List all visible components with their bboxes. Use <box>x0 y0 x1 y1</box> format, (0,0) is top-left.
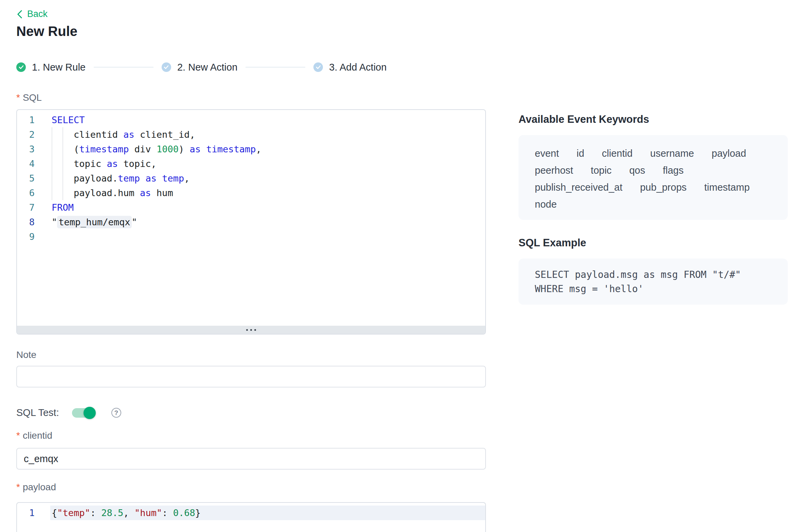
steps-indicator: 1. New Rule 2. New Action 3. Add Action <box>16 62 387 72</box>
line-number: 5 <box>17 171 35 186</box>
line-number: 6 <box>17 186 35 200</box>
payload-editor-body[interactable]: 1{"temp": 28.5, "hum": 0.68} <box>17 503 485 532</box>
payload-field-label: * payload <box>16 482 56 493</box>
drag-dot <box>246 329 248 331</box>
check-circle-icon <box>313 62 323 72</box>
clientid-input[interactable] <box>16 448 486 470</box>
event-keywords-list: eventidclientidusernamepayloadpeerhostto… <box>535 148 771 210</box>
code-line[interactable]: 4 topic as topic, <box>17 156 485 171</box>
toggle-knob-icon <box>84 407 96 419</box>
back-label: Back <box>27 9 48 19</box>
help-icon[interactable]: ? <box>111 408 121 418</box>
event-keyword: node <box>535 199 557 210</box>
line-number: 7 <box>17 200 35 215</box>
event-keyword: topic <box>591 165 612 176</box>
line-number: 1 <box>17 113 35 127</box>
event-keyword: qos <box>629 165 645 176</box>
event-keyword: id <box>577 148 584 159</box>
event-keyword: payload <box>712 148 746 159</box>
code-line[interactable]: 7FROM <box>17 200 485 215</box>
required-marker: * <box>16 92 20 103</box>
clientid-field-label: * clientid <box>16 430 52 441</box>
step-3: 3. Add Action <box>313 62 386 73</box>
step-1-label: 1. New Rule <box>32 62 86 73</box>
event-keyword: timestamp <box>704 182 750 193</box>
code-content: clientid as client_id, <box>52 127 195 142</box>
code-content: payload.hum as hum <box>52 186 173 200</box>
sql-example-title: SQL Example <box>519 237 586 249</box>
line-number: 4 <box>17 156 35 171</box>
code-line[interactable]: 8"temp_hum/emqx" <box>17 215 485 229</box>
code-content: "temp_hum/emqx" <box>52 215 137 229</box>
step-connector <box>246 67 305 68</box>
line-number: 3 <box>17 142 35 156</box>
code-content: SELECT <box>52 113 85 127</box>
sql-code-editor[interactable]: 1SELECT2 clientid as client_id,3 (timest… <box>16 109 486 335</box>
sql-editor-body[interactable]: 1SELECT2 clientid as client_id,3 (timest… <box>17 110 485 334</box>
note-input[interactable] <box>16 366 486 387</box>
back-link[interactable]: Back <box>16 9 48 19</box>
check-circle-icon <box>16 62 26 72</box>
editor-resize-handle[interactable] <box>17 326 485 334</box>
code-line[interactable]: 2 clientid as client_id, <box>17 127 485 142</box>
sql-example-line: WHERE msg = 'hello' <box>535 282 771 296</box>
event-keywords-title: Available Event Keywords <box>519 113 649 126</box>
event-keyword: flags <box>663 165 684 176</box>
event-keyword: clientid <box>602 148 633 159</box>
code-content: topic as topic, <box>52 156 157 171</box>
check-circle-icon <box>162 62 171 72</box>
code-content: (timestamp div 1000) as timestamp, <box>52 142 261 156</box>
step-3-label: 3. Add Action <box>329 62 386 73</box>
note-field-label: Note <box>16 349 36 360</box>
event-keyword: publish_received_at <box>535 182 622 193</box>
code-line[interactable]: 6 payload.hum as hum <box>17 186 485 200</box>
required-marker: * <box>16 430 20 441</box>
line-number: 2 <box>17 127 35 142</box>
required-marker: * <box>16 482 20 493</box>
code-line[interactable]: 9 <box>17 229 485 244</box>
code-content: {"temp": 28.5, "hum": 0.68} <box>52 506 201 520</box>
code-content: FROM <box>52 200 74 215</box>
code-line[interactable]: 5 payload.temp as temp, <box>17 171 485 186</box>
line-number: 9 <box>17 229 35 244</box>
line-number: 8 <box>17 215 35 229</box>
step-1: 1. New Rule <box>16 62 86 73</box>
event-keyword: pub_props <box>640 182 687 193</box>
sql-test-toggle[interactable] <box>72 408 95 418</box>
code-line[interactable]: 1{"temp": 28.5, "hum": 0.68} <box>17 506 485 520</box>
step-2-label: 2. New Action <box>177 62 237 73</box>
event-keyword: event <box>535 148 559 159</box>
event-keywords-card: eventidclientidusernamepayloadpeerhostto… <box>519 135 788 220</box>
sql-field-label: * SQL <box>16 92 42 103</box>
event-keyword: peerhost <box>535 165 573 176</box>
payload-code-editor[interactable]: 1{"temp": 28.5, "hum": 0.68} <box>16 502 486 532</box>
line-number: 1 <box>17 506 35 520</box>
drag-dot <box>250 329 252 331</box>
page-title: New Rule <box>16 24 77 39</box>
step-connector <box>94 67 153 68</box>
event-keyword: username <box>650 148 694 159</box>
code-line[interactable]: 3 (timestamp div 1000) as timestamp, <box>17 142 485 156</box>
step-2: 2. New Action <box>162 62 237 73</box>
sql-test-row: SQL Test: ? <box>16 407 121 418</box>
sql-example-card: SELECT payload.msg as msg FROM "t/#"WHER… <box>519 259 788 305</box>
sql-test-label: SQL Test: <box>16 407 59 418</box>
sql-example-line: SELECT payload.msg as msg FROM "t/#" <box>535 268 771 282</box>
drag-dot <box>254 329 256 331</box>
code-line[interactable]: 1SELECT <box>17 113 485 127</box>
chevron-left-icon <box>16 10 23 19</box>
code-content: payload.temp as temp, <box>52 171 189 186</box>
